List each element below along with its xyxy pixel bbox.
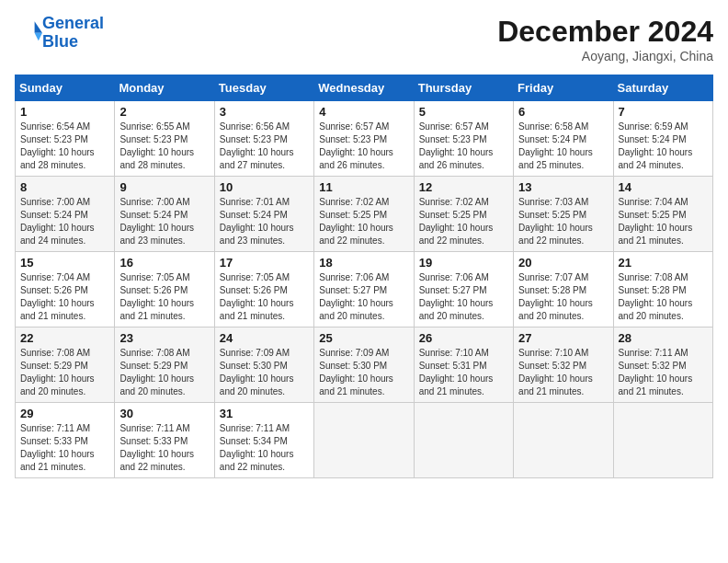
day-info: Sunrise: 7:11 AM Sunset: 5:33 PM Dayligh…	[119, 422, 209, 474]
day-info: Sunrise: 7:02 AM Sunset: 5:25 PM Dayligh…	[419, 196, 508, 247]
day-info: Sunrise: 7:07 AM Sunset: 5:28 PM Dayligh…	[518, 271, 608, 323]
day-number: 8	[20, 180, 109, 194]
calendar-cell: 29Sunrise: 7:11 AM Sunset: 5:33 PM Dayli…	[16, 403, 115, 478]
day-number: 14	[619, 180, 708, 194]
calendar-cell: 31Sunrise: 7:11 AM Sunset: 5:34 PM Dayli…	[214, 403, 313, 478]
day-number: 30	[119, 407, 209, 420]
calendar-cell: 16Sunrise: 7:05 AM Sunset: 5:26 PM Dayli…	[115, 252, 214, 327]
day-number: 23	[119, 331, 209, 345]
day-number: 10	[220, 180, 309, 194]
day-info: Sunrise: 6:55 AM Sunset: 5:23 PM Dayligh…	[119, 121, 209, 172]
weekday-header-friday: Friday	[514, 75, 613, 101]
day-number: 22	[20, 331, 109, 345]
day-number: 27	[518, 331, 608, 345]
day-number: 26	[419, 331, 508, 345]
calendar-cell: 15Sunrise: 7:04 AM Sunset: 5:26 PM Dayli…	[16, 252, 115, 327]
day-info: Sunrise: 7:08 AM Sunset: 5:29 PM Dayligh…	[119, 347, 209, 398]
calendar-cell: 9Sunrise: 7:00 AM Sunset: 5:24 PM Daylig…	[115, 177, 214, 252]
calendar-cell: 5Sunrise: 6:57 AM Sunset: 5:23 PM Daylig…	[414, 101, 513, 177]
calendar-cell: 11Sunrise: 7:02 AM Sunset: 5:25 PM Dayli…	[314, 177, 414, 252]
day-number: 21	[619, 256, 708, 270]
day-info: Sunrise: 6:57 AM Sunset: 5:23 PM Dayligh…	[419, 121, 508, 172]
calendar-cell: 27Sunrise: 7:10 AM Sunset: 5:32 PM Dayli…	[514, 327, 613, 403]
calendar-cell: 25Sunrise: 7:09 AM Sunset: 5:30 PM Dayli…	[314, 327, 414, 403]
day-number: 16	[119, 256, 209, 270]
calendar-cell: 12Sunrise: 7:02 AM Sunset: 5:25 PM Dayli…	[414, 177, 513, 252]
day-number: 12	[419, 180, 508, 194]
logo-text: General Blue	[42, 15, 104, 52]
calendar-cell: 7Sunrise: 6:59 AM Sunset: 5:24 PM Daylig…	[613, 101, 712, 177]
weekday-header-thursday: Thursday	[414, 75, 513, 101]
day-info: Sunrise: 7:03 AM Sunset: 5:25 PM Dayligh…	[518, 196, 608, 247]
calendar-cell: 13Sunrise: 7:03 AM Sunset: 5:25 PM Dayli…	[514, 177, 613, 252]
day-info: Sunrise: 7:05 AM Sunset: 5:26 PM Dayligh…	[220, 271, 309, 323]
day-number: 31	[220, 407, 309, 420]
day-number: 2	[119, 105, 209, 119]
calendar-cell: 6Sunrise: 6:58 AM Sunset: 5:24 PM Daylig…	[514, 101, 613, 177]
day-info: Sunrise: 7:02 AM Sunset: 5:25 PM Dayligh…	[319, 196, 408, 247]
day-number: 7	[619, 105, 708, 119]
calendar-cell: 18Sunrise: 7:06 AM Sunset: 5:27 PM Dayli…	[314, 252, 414, 327]
logo: General Blue	[15, 15, 104, 52]
logo-icon	[17, 18, 42, 44]
calendar-cell: 24Sunrise: 7:09 AM Sunset: 5:30 PM Dayli…	[214, 327, 313, 403]
day-info: Sunrise: 7:04 AM Sunset: 5:25 PM Dayligh…	[619, 196, 708, 247]
calendar-cell	[314, 403, 414, 478]
calendar-cell: 22Sunrise: 7:08 AM Sunset: 5:29 PM Dayli…	[16, 327, 115, 403]
day-info: Sunrise: 6:54 AM Sunset: 5:23 PM Dayligh…	[20, 121, 109, 172]
day-info: Sunrise: 7:01 AM Sunset: 5:24 PM Dayligh…	[220, 196, 309, 247]
calendar-cell: 2Sunrise: 6:55 AM Sunset: 5:23 PM Daylig…	[115, 101, 214, 177]
calendar-cell: 21Sunrise: 7:08 AM Sunset: 5:28 PM Dayli…	[613, 252, 712, 327]
header: General Blue December 2024 Aoyang, Jiang…	[15, 15, 713, 63]
calendar-cell: 17Sunrise: 7:05 AM Sunset: 5:26 PM Dayli…	[214, 252, 313, 327]
calendar-cell: 20Sunrise: 7:07 AM Sunset: 5:28 PM Dayli…	[514, 252, 613, 327]
calendar-cell: 3Sunrise: 6:56 AM Sunset: 5:23 PM Daylig…	[214, 101, 313, 177]
day-number: 19	[419, 256, 508, 270]
day-number: 5	[419, 105, 508, 119]
day-number: 3	[220, 105, 309, 119]
calendar-cell	[514, 403, 613, 478]
weekday-header-monday: Monday	[115, 75, 214, 101]
logo-blue: Blue	[42, 32, 78, 51]
day-number: 29	[20, 407, 109, 420]
calendar-cell	[414, 403, 513, 478]
day-number: 17	[220, 256, 309, 270]
day-info: Sunrise: 7:00 AM Sunset: 5:24 PM Dayligh…	[20, 196, 109, 247]
calendar-cell: 28Sunrise: 7:11 AM Sunset: 5:32 PM Dayli…	[613, 327, 712, 403]
calendar-cell: 4Sunrise: 6:57 AM Sunset: 5:23 PM Daylig…	[314, 101, 414, 177]
svg-marker-1	[35, 33, 42, 40]
day-info: Sunrise: 7:06 AM Sunset: 5:27 PM Dayligh…	[419, 271, 508, 323]
day-number: 28	[619, 331, 708, 345]
day-info: Sunrise: 7:09 AM Sunset: 5:30 PM Dayligh…	[319, 347, 408, 398]
day-info: Sunrise: 7:09 AM Sunset: 5:30 PM Dayligh…	[220, 347, 309, 398]
calendar-cell: 1Sunrise: 6:54 AM Sunset: 5:23 PM Daylig…	[16, 101, 115, 177]
day-info: Sunrise: 6:59 AM Sunset: 5:24 PM Dayligh…	[619, 121, 708, 172]
calendar-cell: 8Sunrise: 7:00 AM Sunset: 5:24 PM Daylig…	[16, 177, 115, 252]
day-info: Sunrise: 7:11 AM Sunset: 5:33 PM Dayligh…	[20, 422, 109, 474]
calendar-cell: 26Sunrise: 7:10 AM Sunset: 5:31 PM Dayli…	[414, 327, 513, 403]
day-info: Sunrise: 6:58 AM Sunset: 5:24 PM Dayligh…	[518, 121, 608, 172]
calendar-cell: 30Sunrise: 7:11 AM Sunset: 5:33 PM Dayli…	[115, 403, 214, 478]
day-number: 24	[220, 331, 309, 345]
day-number: 9	[119, 180, 209, 194]
day-info: Sunrise: 7:10 AM Sunset: 5:32 PM Dayligh…	[518, 347, 608, 398]
svg-marker-0	[35, 21, 42, 33]
calendar-cell: 23Sunrise: 7:08 AM Sunset: 5:29 PM Dayli…	[115, 327, 214, 403]
day-number: 11	[319, 180, 408, 194]
calendar-cell: 14Sunrise: 7:04 AM Sunset: 5:25 PM Dayli…	[613, 177, 712, 252]
day-info: Sunrise: 7:11 AM Sunset: 5:32 PM Dayligh…	[619, 347, 708, 398]
day-number: 20	[518, 256, 608, 270]
weekday-header-wednesday: Wednesday	[314, 75, 414, 101]
month-title: December 2024	[497, 15, 713, 49]
day-info: Sunrise: 7:08 AM Sunset: 5:28 PM Dayligh…	[619, 271, 708, 323]
weekday-header-sunday: Sunday	[16, 75, 115, 101]
weekday-header-tuesday: Tuesday	[214, 75, 313, 101]
day-info: Sunrise: 7:08 AM Sunset: 5:29 PM Dayligh…	[20, 347, 109, 398]
day-number: 1	[20, 105, 109, 119]
weekday-header-saturday: Saturday	[613, 75, 712, 101]
day-number: 18	[319, 256, 408, 270]
day-number: 25	[319, 331, 408, 345]
day-info: Sunrise: 7:00 AM Sunset: 5:24 PM Dayligh…	[119, 196, 209, 247]
calendar-cell: 10Sunrise: 7:01 AM Sunset: 5:24 PM Dayli…	[214, 177, 313, 252]
day-info: Sunrise: 6:57 AM Sunset: 5:23 PM Dayligh…	[319, 121, 408, 172]
